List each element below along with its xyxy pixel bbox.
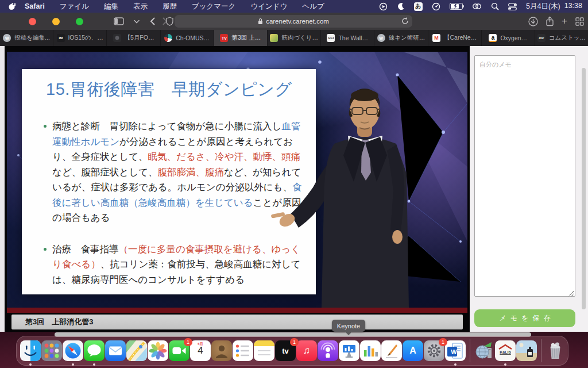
sysprefs-badge: 1 [439, 338, 447, 346]
control-center-icon[interactable] [508, 3, 517, 10]
tab-gmail-carene[interactable]: M 【CareNe… [428, 30, 482, 46]
dock-filetransfer-icon[interactable] [474, 340, 494, 361]
window-zoom-button[interactable] [76, 18, 83, 25]
appletv-badge: 1 [290, 338, 299, 346]
menu-edit[interactable]: 編集 [96, 2, 126, 12]
downloads-icon[interactable] [527, 16, 539, 27]
dock-music-icon[interactable]: ♫ [296, 340, 317, 361]
privacy-shield-icon[interactable] [163, 16, 176, 27]
inv-favicon: inv [537, 34, 546, 42]
tab-kinniku[interactable]: 筋肉づくり… [268, 30, 321, 46]
apple-menu-icon[interactable] [8, 2, 16, 11]
presenter-person [268, 86, 421, 308]
dock-podcasts-icon[interactable] [318, 340, 338, 361]
omus-favicon [164, 34, 172, 42]
menu-bookmarks[interactable]: ブックマーク [184, 2, 243, 12]
back-button-icon[interactable] [146, 16, 158, 27]
menu-window[interactable]: ウインドウ [243, 2, 295, 12]
menu-file[interactable]: ファイル [52, 2, 96, 12]
window-minimize-button[interactable] [52, 18, 60, 25]
address-bar[interactable]: carenetv.carenet.com [175, 15, 412, 28]
dock-facetime-icon[interactable]: 1 [169, 340, 189, 361]
save-memo-button[interactable]: メモを保存 [474, 309, 575, 327]
wordpress2-favicon: W [377, 34, 385, 42]
dock-launchpad-icon[interactable] [41, 340, 62, 361]
dock-finder-icon[interactable] [20, 340, 41, 361]
dock-separator [470, 339, 470, 362]
slide-title: 15.胃術後障害 早期ダンピング [46, 78, 301, 101]
menu-help[interactable]: ヘルプ [295, 2, 331, 12]
tab-wsj[interactable]: WSJ The Wall… [321, 30, 374, 46]
sidebar-toggle-icon[interactable] [113, 16, 125, 27]
notes-panel: メモを保存 [470, 46, 588, 332]
amazon-favicon: a [489, 34, 497, 42]
tab-ch-omus[interactable]: Ch-OMUS… [161, 30, 214, 46]
calendar-day-label: 4 [190, 345, 211, 356]
tab-amazon-oxygen[interactable]: a Oxygen… [482, 30, 535, 46]
battery-icon[interactable] [450, 3, 463, 10]
window-close-button[interactable] [29, 18, 36, 25]
dock-photos-icon[interactable] [148, 340, 168, 361]
dock-ink-photo-icon[interactable] [516, 340, 537, 361]
sidebar-chevron-icon[interactable] [130, 16, 143, 27]
dock-safari-icon[interactable] [63, 340, 83, 361]
tab-ios15[interactable]: iM iOS15の、… [53, 30, 107, 46]
dock-trash-icon[interactable] [545, 340, 566, 361]
menu-view[interactable]: 表示 [126, 2, 155, 12]
url-text: carenetv.carenet.com [266, 18, 329, 25]
dock-appletv-icon[interactable]: tv 1 [275, 340, 296, 361]
dock-keynote-icon[interactable] [339, 340, 359, 361]
dock-separator [541, 339, 541, 362]
dock-kalib-icon[interactable]: KaLib [495, 340, 516, 361]
dock-contacts-icon[interactable] [211, 340, 232, 361]
menu-history[interactable]: 履歴 [155, 2, 184, 12]
dock-mail-icon[interactable] [105, 340, 126, 361]
lecture-title: 第3回 上部消化管3 [25, 317, 93, 327]
video-player[interactable]: 15.胃術後障害 早期ダンピング 病態と診断 胃切除によって食物が急に小腸に流入… [5, 52, 470, 332]
browser-toolbar: carenetv.carenet.com + [0, 13, 588, 30]
gmail-favicon: M [432, 34, 440, 42]
tab-5gatsu-fo[interactable]: 【5月FO… [107, 30, 160, 46]
dock-pages-icon[interactable] [381, 340, 402, 361]
carenet-tv-favicon: TV [220, 34, 228, 42]
video-red-strip [7, 308, 467, 313]
dock-system-preferences-icon[interactable]: 1 [424, 340, 444, 361]
wordpress-favicon: W [3, 34, 11, 42]
lecture-title-bar: 第3回 上部消化管3 [11, 315, 463, 329]
tab-wordpress-edit[interactable]: W 投稿を編集... [0, 30, 53, 46]
spotlight-icon[interactable] [491, 2, 499, 10]
screen: Safari ファイル 編集 表示 履歴 ブックマーク ウインドウ ヘルプ あ [0, 0, 588, 368]
bullet-treatment: 治療 食事指導（一度に多量の食事摂取を避ける、ゆっくり食べる）、抗コリン薬：食前… [42, 241, 302, 288]
tab-carenet-active[interactable]: TV 第3回 上… [214, 30, 268, 46]
dock-messages-icon[interactable] [84, 340, 105, 361]
appstore-letter: A [403, 340, 423, 361]
link-status-icon[interactable] [472, 3, 482, 10]
dock-word-icon[interactable]: W [445, 340, 466, 361]
tab-renkin[interactable]: W 錬キン術研… [374, 30, 428, 46]
now-playing-icon[interactable] [379, 2, 388, 11]
vertical-scrollbar[interactable] [582, 68, 586, 309]
input-source-icon[interactable]: あ [414, 2, 423, 11]
menu-clock[interactable]: 5月4日(木) 13:38 [526, 2, 582, 12]
dark-app-favicon [113, 34, 121, 42]
dock-appstore-icon[interactable]: A [403, 340, 423, 361]
dial-status-icon[interactable] [432, 2, 440, 11]
slide-bullets: 病態と診断 胃切除によって食物が急に小腸に流入し血管運動性ホルモンが分泌されるこ… [42, 118, 302, 287]
new-tab-icon[interactable]: + [558, 16, 571, 27]
keynote-tooltip: Keynote [332, 320, 365, 332]
dock-notes-icon[interactable] [254, 340, 274, 361]
reload-icon[interactable] [401, 17, 409, 26]
share-icon[interactable] [543, 16, 556, 27]
dock-calendar-icon[interactable]: 5月 4 [190, 340, 211, 361]
dock-maps-icon[interactable] [126, 340, 147, 361]
dock-reminders-icon[interactable] [233, 340, 253, 361]
facetime-badge: 1 [184, 338, 192, 346]
menu-safari[interactable]: Safari [16, 2, 52, 10]
tab-comstock[interactable]: inv コムストッ… [535, 30, 588, 46]
memo-textarea[interactable] [474, 55, 575, 297]
tab-overview-icon[interactable] [573, 16, 586, 27]
dock-numbers-icon[interactable] [360, 340, 381, 361]
video-area[interactable]: 15.胃術後障害 早期ダンピング 病態と診断 胃切除によって食物が急に小腸に流入… [7, 52, 467, 308]
focus-moon-icon[interactable] [397, 2, 405, 10]
textarea-resize-handle[interactable] [568, 291, 574, 297]
